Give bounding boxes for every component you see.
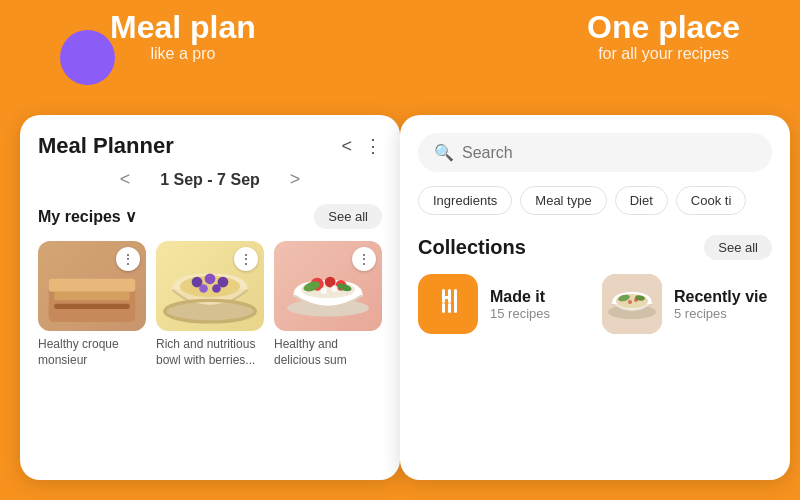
- recently-viewed-image: [602, 274, 662, 334]
- recipe-more-button-1[interactable]: ⋮: [116, 247, 140, 271]
- svg-point-34: [634, 298, 638, 302]
- svg-point-33: [628, 300, 632, 304]
- more-options-icon[interactable]: ⋮: [364, 135, 382, 157]
- collections-row: Made it 15 recipes: [418, 274, 772, 334]
- next-date-arrow[interactable]: >: [290, 169, 301, 190]
- svg-rect-2: [54, 292, 130, 301]
- chip-diet[interactable]: Diet: [615, 186, 668, 215]
- chip-cook-time[interactable]: Cook ti: [676, 186, 746, 215]
- collection-made-it[interactable]: Made it 15 recipes: [418, 274, 588, 334]
- search-bar[interactable]: 🔍: [418, 133, 772, 172]
- chip-label-cook-time: Cook ti: [691, 193, 731, 208]
- date-navigation: < 1 Sep - 7 Sep >: [38, 169, 382, 190]
- share-icon[interactable]: <: [341, 136, 352, 157]
- svg-point-20: [320, 287, 326, 293]
- search-magnifier-icon: 🔍: [434, 143, 454, 162]
- headline-one-place: One place: [587, 10, 740, 45]
- recipe-more-button-2[interactable]: ⋮: [234, 247, 258, 271]
- dropdown-chevron-icon: ∨: [125, 207, 137, 226]
- search-input[interactable]: [462, 144, 756, 162]
- recipe-card-3[interactable]: ⋮ Healthy and delicious sum: [274, 241, 382, 368]
- collections-title: Collections: [418, 236, 526, 259]
- collections-see-all-button[interactable]: See all: [704, 235, 772, 260]
- collections-header: Collections See all: [418, 235, 772, 260]
- meal-planner-card: Meal Planner < ⋮ < 1 Sep - 7 Sep > My re…: [20, 115, 400, 480]
- recently-viewed-food-illustration: [602, 274, 662, 334]
- recipe-card-1[interactable]: ⋮ Healthy croque monsieur: [38, 241, 146, 368]
- filter-chips-row: Ingredients Meal type Diet Cook ti: [418, 186, 772, 215]
- search-collections-card: 🔍 Ingredients Meal type Diet Cook ti Col…: [400, 115, 790, 480]
- svg-rect-23: [442, 303, 445, 313]
- chip-label-meal-type: Meal type: [535, 193, 591, 208]
- svg-rect-4: [54, 304, 130, 309]
- meal-planner-icon-group: < ⋮: [341, 135, 382, 157]
- svg-point-11: [212, 284, 221, 293]
- date-range-text: 1 Sep - 7 Sep: [160, 171, 260, 189]
- meal-planner-header: Meal Planner < ⋮: [38, 133, 382, 159]
- header-right: One place for all your recipes: [587, 10, 740, 63]
- svg-rect-1: [49, 279, 135, 292]
- svg-point-10: [199, 284, 208, 293]
- recipe-more-button-3[interactable]: ⋮: [352, 247, 376, 271]
- svg-point-21: [331, 285, 337, 291]
- made-it-icon-box: [418, 274, 478, 334]
- recently-viewed-name: Recently vie: [674, 288, 767, 306]
- meal-planner-title: Meal Planner: [38, 133, 174, 159]
- recipe-image-berry: ⋮: [274, 241, 382, 331]
- recipe-image-croque: ⋮: [38, 241, 146, 331]
- made-it-info: Made it 15 recipes: [490, 288, 550, 321]
- chip-meal-type[interactable]: Meal type: [520, 186, 606, 215]
- svg-rect-26: [442, 296, 451, 299]
- recipes-see-all-button[interactable]: See all: [314, 204, 382, 229]
- recipe-name-2: Rich and nutritious bowl with berries...: [156, 337, 264, 368]
- recipe-card-2[interactable]: ⋮ Rich and nutritious bowl with berries.…: [156, 241, 264, 368]
- recipe-name-1: Healthy croque monsieur: [38, 337, 146, 368]
- recently-viewed-info: Recently vie 5 recipes: [674, 288, 767, 321]
- headline-meal-plan: Meal plan: [110, 10, 256, 45]
- collection-recently-viewed[interactable]: Recently vie 5 recipes: [602, 274, 772, 334]
- prev-date-arrow[interactable]: <: [120, 169, 131, 190]
- header-left: Meal plan like a pro: [110, 10, 256, 63]
- subheadline-all-recipes: for all your recipes: [587, 45, 740, 63]
- chip-label-ingredients: Ingredients: [433, 193, 497, 208]
- fork-knife-icon: [432, 285, 464, 324]
- chip-ingredients[interactable]: Ingredients: [418, 186, 512, 215]
- recently-viewed-count: 5 recipes: [674, 306, 767, 321]
- recipes-row: ⋮ Healthy croque monsieur: [38, 241, 382, 368]
- made-it-name: Made it: [490, 288, 550, 306]
- svg-rect-27: [454, 289, 457, 313]
- recipe-name-3: Healthy and delicious sum: [274, 337, 382, 368]
- chip-label-diet: Diet: [630, 193, 653, 208]
- made-it-count: 15 recipes: [490, 306, 550, 321]
- purple-circle-decoration: [60, 30, 115, 85]
- recipe-image-bowl: ⋮: [156, 241, 264, 331]
- subheadline-like-a-pro: like a pro: [110, 45, 256, 63]
- recipes-section-header: My recipes ∨ See all: [38, 204, 382, 229]
- svg-rect-25: [448, 303, 451, 313]
- my-recipes-dropdown[interactable]: My recipes ∨: [38, 207, 137, 226]
- svg-point-8: [205, 273, 216, 284]
- my-recipes-label-text: My recipes: [38, 208, 121, 226]
